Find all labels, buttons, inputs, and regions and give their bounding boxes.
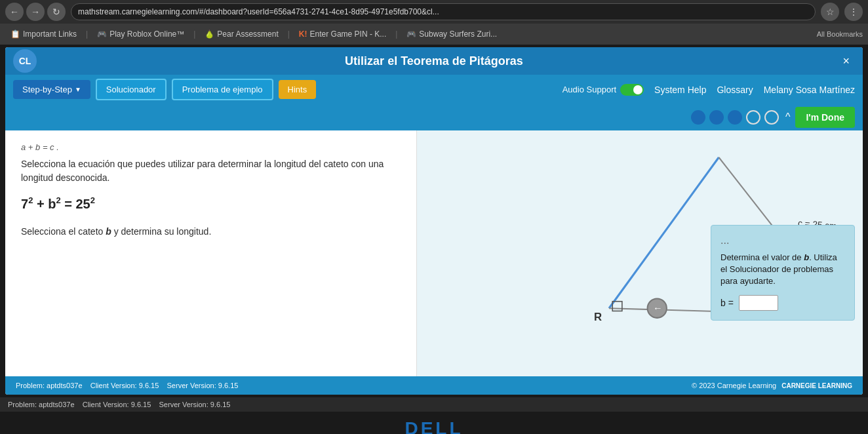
audio-support-label: Audio Support [562, 85, 616, 94]
tab-pear[interactable]: 🍐 Pear Assessment [199, 28, 283, 40]
tab-important-links-icon: 📋 [10, 30, 20, 39]
tab-kahoot-label: Enter Game PIN - K... [310, 30, 387, 39]
tooltip-dots: ... [720, 235, 845, 247]
tab-pear-icon: 🍐 [205, 30, 214, 39]
menu-button[interactable]: ⋮ [844, 3, 863, 21]
footer-copyright: © 2023 Carnegie Learning [692, 382, 776, 389]
solucionador-button[interactable]: Solucionador [96, 79, 167, 100]
tab-subway-label: Subway Surfers Zuri... [419, 30, 497, 39]
footer-bar: Problem: aptdts037e Client Version: 9.6.… [5, 376, 863, 395]
all-bookmarks-label: All Bookmarks [817, 30, 863, 38]
footer-problem: Problem: aptdts037e Client Version: 9.6.… [16, 382, 238, 389]
follow-up-text: Selecciona el cateto b y determina su lo… [21, 225, 401, 239]
equation-display: 72 + b2 = 252 [21, 195, 401, 212]
b-value-input[interactable] [739, 295, 778, 311]
footer-left: Problem: aptdts037e Client Version: 9.6.… [16, 382, 238, 389]
left-panel: a + b = c . Selecciona la ecuación que p… [5, 130, 417, 376]
refresh-button[interactable]: ↻ [47, 3, 66, 21]
dell-label: DELL [404, 418, 463, 434]
main-content: a + b = c . Selecciona la ecuación que p… [5, 130, 863, 376]
status-text: Problem: aptdts037e Client Version: 9.6.… [8, 401, 230, 408]
nav-buttons: ← → ↻ [5, 3, 66, 21]
tab-kahoot-icon: K! [299, 30, 307, 39]
b-input-row: b = [720, 295, 845, 311]
collapse-icon[interactable]: ^ [785, 111, 791, 123]
svg-text:R: R [594, 311, 602, 323]
step-by-step-button[interactable]: Step-by-Step ▼ [13, 80, 90, 99]
circle-5 [764, 110, 779, 125]
right-panel: c = 25 cm R ← ... Determina el valor de … [417, 130, 863, 376]
geometry-area: c = 25 cm R ← ... Determina el valor de … [417, 130, 863, 376]
system-help-label[interactable]: System Help [654, 85, 706, 95]
bookmark-button[interactable]: ☆ [821, 3, 839, 21]
tab-roblox-icon: 🎮 [97, 30, 107, 39]
b-label: b = [720, 298, 734, 308]
tooltip-box: ... Determina el valor de b. Utiliza el … [711, 225, 855, 321]
second-controls-bar: ^ I'm Done [5, 104, 863, 130]
close-button[interactable]: × [837, 52, 855, 71]
tab-separator-4: | [395, 30, 397, 39]
circle-2 [709, 110, 724, 125]
app-window: CL Utilizar el Teorema de Pitágoras × St… [5, 47, 863, 395]
tab-roblox[interactable]: 🎮 Play Roblox Online™ [92, 28, 189, 40]
question-text: Selecciona la ecuación que puedes utiliz… [21, 157, 401, 185]
app-titlebar: CL Utilizar el Teorema de Pitágoras × [5, 47, 863, 75]
equation-header: a + b = c . [21, 142, 401, 152]
tab-separator-3: | [288, 30, 290, 39]
progress-and-done: ^ I'm Done [691, 107, 855, 128]
glossary-label[interactable]: Glossary [717, 85, 753, 95]
progress-circles: ^ [691, 110, 791, 125]
footer-brand: CARNEGIE LEARNING [781, 382, 852, 389]
step-by-step-label: Step-by-Step [22, 85, 72, 94]
im-done-button[interactable]: I'm Done [795, 107, 855, 128]
address-bar[interactable]: mathstream.carnegielearning.com/#/dashbo… [71, 3, 816, 20]
hints-button[interactable]: Hints [279, 80, 317, 99]
controls-right: Audio Support System Help Glossary Melan… [562, 84, 855, 96]
tab-important-links[interactable]: 📋 Important Links [5, 28, 82, 40]
tab-roblox-label: Play Roblox Online™ [109, 30, 184, 39]
user-label[interactable]: Melany Sosa Martínez [764, 85, 855, 95]
footer-right: © 2023 Carnegie Learning CARNEGIE LEARNI… [692, 382, 852, 389]
audio-support-control: Audio Support [562, 84, 644, 96]
tab-separator-1: | [86, 30, 88, 39]
circle-1 [691, 110, 705, 125]
tab-important-links-label: Important Links [23, 30, 77, 39]
status-bar: Problem: aptdts037e Client Version: 9.6.… [0, 397, 868, 412]
tab-subway[interactable]: 🎮 Subway Surfers Zuri... [401, 28, 502, 40]
problema-button[interactable]: Problema de ejemplo [172, 79, 273, 100]
app-title: Utilizar el Teorema de Pitágoras [345, 54, 523, 68]
tab-subway-icon: 🎮 [406, 30, 416, 39]
audio-toggle-switch[interactable] [620, 84, 644, 96]
tab-pear-label: Pear Assessment [217, 30, 278, 39]
chevron-down-icon: ▼ [75, 86, 81, 93]
circle-4 [746, 110, 760, 125]
forward-button[interactable]: → [26, 3, 45, 21]
browser-toolbar: ← → ↻ mathstream.carnegielearning.com/#/… [0, 0, 868, 24]
svg-text:←: ← [653, 303, 663, 313]
app-logo: CL [13, 49, 37, 73]
tab-separator-2: | [193, 30, 195, 39]
dell-branding: DELL [0, 412, 868, 434]
back-button[interactable]: ← [5, 3, 24, 21]
address-text: mathstream.carnegielearning.com/#/dashbo… [78, 7, 439, 16]
controls-bar: Step-by-Step ▼ Solucionador Problema de … [5, 75, 863, 104]
tab-kahoot[interactable]: K! Enter Game PIN - K... [294, 28, 391, 40]
browser-tabs: 📋 Important Links | 🎮 Play Roblox Online… [0, 24, 868, 45]
tooltip-text: Determina el valor de b. Utiliza el Solu… [720, 252, 845, 288]
circle-3 [728, 110, 742, 125]
controls-left: Step-by-Step ▼ Solucionador Problema de … [13, 79, 316, 100]
browser-chrome: ← → ↻ mathstream.carnegielearning.com/#/… [0, 0, 868, 45]
